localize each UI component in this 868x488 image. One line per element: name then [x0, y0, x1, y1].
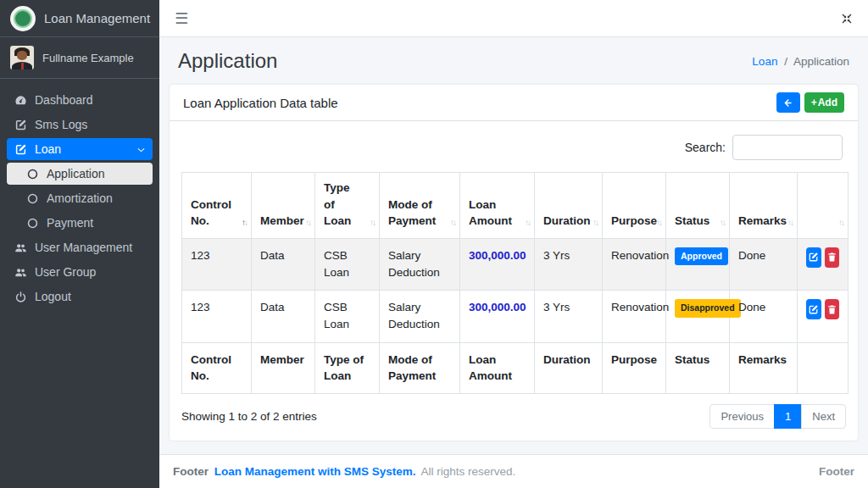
trash-icon: [826, 252, 837, 263]
brand[interactable]: Loan Management: [0, 0, 159, 37]
sidebar-item-label: Dashboard: [35, 93, 93, 107]
col-header-remarks[interactable]: Remarks↑↓: [730, 173, 798, 239]
edit-icon: [808, 304, 819, 315]
sidebar-item-application[interactable]: Application: [7, 163, 153, 185]
cell-member: Data: [252, 291, 315, 343]
sidebar-item-amortization[interactable]: Amortization: [7, 187, 153, 209]
loan-application-table: Control No.↑↓ Member↑↓ Type of Loan↑↓ Mo…: [181, 172, 849, 394]
footer-col-actions: [798, 342, 849, 393]
cell-remarks: Done: [730, 238, 798, 291]
trash-icon: [826, 304, 837, 315]
col-header-control-no[interactable]: Control No.↑↓: [182, 173, 252, 239]
content: Application Loan / Application Loan Appl…: [159, 37, 868, 454]
data-card: Loan Application Data table +Add: [170, 85, 858, 441]
card-header: Loan Application Data table +Add: [170, 85, 858, 121]
pagination-previous-button[interactable]: Previous: [709, 404, 775, 429]
app-window: Loan Management Fullname Example Dashboa…: [0, 0, 868, 488]
col-header-actions[interactable]: ↑↓: [798, 173, 849, 239]
circle-icon: [25, 216, 39, 230]
add-button-label: Add: [818, 97, 837, 108]
sidebar-item-label: User Management: [35, 241, 132, 254]
sidebar: Loan Management Fullname Example Dashboa…: [0, 0, 159, 488]
page-head: Application Loan / Application: [178, 49, 849, 73]
delete-button[interactable]: [825, 299, 840, 319]
sidebar-item-label: Amortization: [47, 191, 113, 205]
add-button[interactable]: +Add: [804, 92, 844, 113]
cell-actions: [798, 291, 849, 343]
cell-status: Approved: [666, 238, 730, 291]
breadcrumb-link-loan[interactable]: Loan: [752, 55, 777, 68]
entries-info: Showing 1 to 2 of 2 entries: [181, 410, 317, 423]
col-header-mode-of-payment[interactable]: Mode of Payment↑↓: [380, 173, 460, 239]
cell-actions: [798, 238, 849, 291]
sort-icon: ↑↓: [370, 217, 375, 230]
sort-icon: ↑↓: [242, 217, 247, 230]
sidebar-item-loan[interactable]: Loan: [7, 138, 153, 160]
footer-suffix: All rights reserved.: [421, 465, 516, 478]
pagination: Previous 1 Next: [709, 404, 846, 429]
footer-col-mode-of-payment: Mode of Payment: [380, 342, 460, 393]
footer-col-member: Member: [252, 342, 315, 393]
card-tools: +Add: [776, 92, 844, 113]
footer-link[interactable]: Loan Management with SMS System.: [214, 465, 416, 478]
sort-icon: ↑↓: [525, 217, 530, 230]
cell-mode-of-payment: Salary Deduction: [380, 291, 460, 343]
table-row: 123 Data CSB Loan Salary Deduction 300,0…: [182, 238, 849, 291]
cell-purpose: Renovation: [603, 238, 666, 291]
cell-member: Data: [252, 238, 315, 291]
sidebar-item-user-group[interactable]: User Group: [7, 261, 153, 283]
circle-icon: [25, 191, 39, 205]
breadcrumb: Loan / Application: [752, 55, 849, 68]
col-header-loan-amount[interactable]: Loan Amount↑↓: [460, 173, 535, 239]
power-icon: [14, 290, 27, 303]
brand-title: Loan Management: [44, 11, 150, 25]
sidebar-item-label: Loan: [35, 142, 61, 156]
footer-col-purpose: Purpose: [603, 342, 666, 393]
edit-button[interactable]: [806, 247, 821, 268]
user-name: Fullname Example: [42, 52, 134, 64]
sort-icon: ↑↓: [787, 217, 793, 230]
sidebar-item-dashboard[interactable]: Dashboard: [7, 89, 153, 111]
col-header-type-of-loan[interactable]: Type of Loan↑↓: [315, 173, 380, 239]
avatar: [10, 46, 34, 69]
edit-button[interactable]: [806, 299, 821, 319]
search-input[interactable]: [732, 135, 843, 160]
users-icon: [14, 265, 27, 279]
topbar: ☰: [159, 0, 868, 37]
status-badge: Disapproved: [675, 299, 741, 318]
sidebar-item-label: Logout: [35, 290, 71, 303]
back-button[interactable]: [776, 92, 800, 113]
plus-icon: +: [811, 97, 817, 108]
app-logo-icon: [10, 6, 36, 31]
sort-icon: ↑↓: [720, 217, 725, 230]
breadcrumb-separator: /: [784, 55, 787, 68]
sidebar-item-sms-logs[interactable]: Sms Logs: [7, 114, 153, 136]
pagination-page-1-button[interactable]: 1: [774, 404, 802, 429]
circle-icon: [25, 167, 39, 180]
cell-loan-amount: 300,000.00: [460, 291, 535, 343]
footer-col-control-no: Control No.: [182, 342, 252, 393]
cell-loan-amount: 300,000.00: [460, 238, 535, 291]
user-panel[interactable]: Fullname Example: [0, 37, 159, 79]
pagination-next-button[interactable]: Next: [801, 404, 846, 429]
col-header-member[interactable]: Member↑↓: [252, 173, 315, 239]
edit-icon: [808, 252, 819, 263]
sort-icon: ↑↓: [656, 217, 661, 230]
sidebar-item-payment[interactable]: Payment: [7, 212, 153, 234]
col-header-status[interactable]: Status↑↓: [666, 173, 730, 239]
cell-type-of-loan: CSB Loan: [315, 238, 380, 291]
menu-toggle-icon[interactable]: ☰: [175, 11, 188, 26]
cell-duration: 3 Yrs: [535, 291, 603, 343]
sidebar-item-logout[interactable]: Logout: [7, 286, 153, 308]
table-info-row: Showing 1 to 2 of 2 entries Previous 1 N…: [181, 404, 846, 429]
sidebar-item-label: User Group: [35, 265, 96, 279]
pen-square-icon: [14, 142, 27, 156]
sidebar-item-user-management[interactable]: User Management: [7, 236, 153, 258]
footer-col-status: Status: [666, 342, 730, 393]
col-header-purpose[interactable]: Purpose↑↓: [603, 173, 666, 239]
col-header-duration[interactable]: Duration↑↓: [535, 173, 603, 239]
delete-button[interactable]: [825, 247, 840, 268]
sms-logs-icon: [14, 118, 27, 131]
sidebar-item-label: Payment: [47, 216, 93, 230]
fullscreen-icon[interactable]: [841, 13, 853, 25]
